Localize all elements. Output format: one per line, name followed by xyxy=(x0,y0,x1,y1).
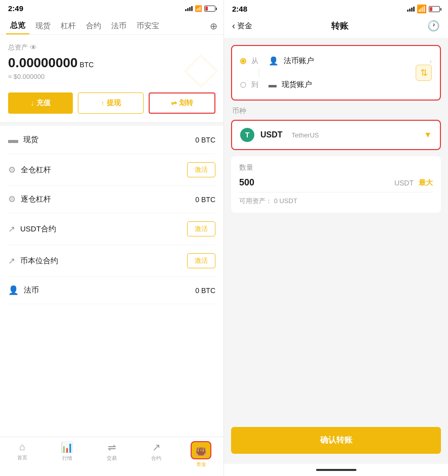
currency-name: USDT xyxy=(260,130,283,139)
to-label: 到 xyxy=(251,80,263,89)
account-right-spot: 0 BTC xyxy=(195,136,215,144)
tab-savings[interactable]: 币安宝 xyxy=(132,18,163,34)
nav-funds-label: 资金 xyxy=(196,461,206,468)
account-item-full-margin[interactable]: ⚙ 全仓杠杆 激活 xyxy=(8,154,215,186)
isolated-margin-name: 逐仓杠杆 xyxy=(21,195,51,204)
isolated-margin-value: 0 BTC xyxy=(195,196,215,204)
max-button[interactable]: 最大 xyxy=(419,178,433,187)
currency-full-name: TetherUS xyxy=(292,131,319,139)
swap-direction-button[interactable]: ⇅ xyxy=(416,65,432,81)
assets-value: 0.00000000BTC xyxy=(8,55,215,71)
home-indicator xyxy=(224,464,448,476)
account-right-coin-futures: 激活 xyxy=(187,253,215,268)
deposit-button[interactable]: ↓ 充值 xyxy=(8,92,73,114)
account-item-spot[interactable]: ▬ 现货 0 BTC xyxy=(8,126,215,154)
nav-futures-label: 合约 xyxy=(151,455,161,462)
tab-margin[interactable]: 杠杆 xyxy=(57,18,80,34)
account-right-fiat: 0 BTC xyxy=(195,287,215,295)
quantity-input[interactable] xyxy=(239,177,394,188)
activate-usdt-futures-btn[interactable]: 激活 xyxy=(187,221,215,236)
right-status-bar: 2:48 📶 xyxy=(224,0,448,16)
confirm-transfer-button[interactable]: 确认转账 xyxy=(231,427,441,454)
back-label: 资金 xyxy=(237,21,252,31)
withdraw-icon: ↑ xyxy=(101,99,105,107)
right-panel: 2:48 📶 ‹ 资金 转账 🕐 从 👤 法币账户 xyxy=(224,0,448,476)
right-header: ‹ 资金 转账 🕐 xyxy=(224,16,448,38)
bottom-nav: ⌂ 首页 📊 行情 ⇌ 交易 ↗ 合约 👜 资金 xyxy=(0,437,223,476)
account-right-isolated: 0 BTC xyxy=(195,196,215,204)
nav-funds[interactable]: 👜 资金 xyxy=(179,441,223,468)
left-status-bar: 2:49 📶 xyxy=(0,0,223,15)
spot-account-name: 现货 xyxy=(23,135,38,145)
usdt-futures-icon: ↗ xyxy=(8,224,15,234)
left-panel: ◇ 2:49 📶 总览 现货 杠杆 合约 法币 币安宝 ⊕ 总资产 👁 0.00… xyxy=(0,0,224,476)
spot-account-icon: ▬ xyxy=(8,134,18,146)
to-row: 到 ▬ 现货账户 xyxy=(240,77,432,92)
currency-selector[interactable]: T USDT TetherUS ▼ xyxy=(231,120,441,150)
back-button[interactable]: ‹ 资金 xyxy=(232,21,252,31)
nav-market[interactable]: 📊 行情 xyxy=(44,441,89,468)
activate-full-margin-btn[interactable]: 激活 xyxy=(187,162,215,177)
coin-futures-icon: ↗ xyxy=(8,256,15,266)
tab-overview[interactable]: 总览 xyxy=(6,18,29,34)
from-arrow-icon: › xyxy=(429,57,432,65)
transfer-icon: ⇌ xyxy=(171,99,177,107)
nav-home[interactable]: ⌂ 首页 xyxy=(0,441,44,468)
account-item-isolated-margin[interactable]: ⚙ 逐仓杠杆 0 BTC xyxy=(8,186,215,213)
from-row: 从 👤 法币账户 › xyxy=(240,53,432,69)
currency-dropdown-icon: ▼ xyxy=(424,130,432,139)
account-item-usdt-futures[interactable]: ↗ USDT合约 激活 xyxy=(8,213,215,245)
available-assets: 可用资产： 0 USDT xyxy=(239,197,433,206)
assets-section: 总资产 👁 0.00000000BTC ≈ $0.000000 xyxy=(0,35,223,92)
account-right-usdt-futures: 激活 xyxy=(187,221,215,236)
from-label: 从 xyxy=(251,57,263,66)
tab-futures[interactable]: 合约 xyxy=(82,18,105,34)
market-icon: 📊 xyxy=(61,441,73,453)
funds-icon: 👜 xyxy=(195,445,207,456)
full-margin-icon: ⚙ xyxy=(8,165,16,175)
fiat-value: 0 BTC xyxy=(195,287,215,295)
deposit-icon: ↓ xyxy=(31,99,34,107)
account-item-fiat[interactable]: 👤 法币 0 BTC xyxy=(8,277,215,304)
tab-spot[interactable]: 现货 xyxy=(31,18,55,34)
wifi-icon: 📶 xyxy=(195,5,202,12)
nav-tabs: 总览 现货 杠杆 合约 法币 币安宝 ⊕ xyxy=(0,15,223,35)
activate-coin-futures-btn[interactable]: 激活 xyxy=(187,253,215,268)
usdt-futures-name: USDT合约 xyxy=(20,224,56,234)
full-margin-name: 全仓杠杆 xyxy=(21,165,51,175)
connector-line xyxy=(259,69,432,77)
to-radio xyxy=(240,82,246,88)
account-item-coin-futures[interactable]: ↗ 币本位合约 激活 xyxy=(8,245,215,277)
spot-account-icon-small: ▬ xyxy=(268,80,277,89)
right-wifi-icon: 📶 xyxy=(417,4,427,14)
account-left-coin-futures: ↗ 币本位合约 xyxy=(8,256,58,266)
divider xyxy=(0,122,223,126)
page-title: 转账 xyxy=(331,20,348,32)
account-list: ▬ 现货 0 BTC ⚙ 全仓杠杆 激活 ⚙ 逐仓杠杆 0 BTC xyxy=(0,126,223,437)
visibility-icon[interactable]: 👁 xyxy=(30,43,37,52)
futures-tab-icon: ↗ xyxy=(152,441,161,453)
account-left-spot: ▬ 现货 xyxy=(8,134,38,146)
nav-futures-tab[interactable]: ↗ 合约 xyxy=(134,441,178,468)
from-account-name: 法币账户 xyxy=(284,56,424,66)
from-to-card: 从 👤 法币账户 › 到 ▬ 现货账户 ⇅ xyxy=(231,45,441,101)
history-icon[interactable]: 🕐 xyxy=(427,20,440,32)
isolated-margin-icon: ⚙ xyxy=(8,194,16,205)
currency-section-label: 币种 xyxy=(231,107,441,116)
nav-home-label: 首页 xyxy=(17,454,27,461)
home-icon: ⌂ xyxy=(19,441,25,453)
trade-icon: ⇌ xyxy=(108,441,116,453)
right-time: 2:48 xyxy=(232,5,247,13)
right-status-icons: 📶 xyxy=(407,4,440,14)
spot-account-value: 0 BTC xyxy=(195,136,215,144)
account-left-full-margin: ⚙ 全仓杠杆 xyxy=(8,165,51,175)
tab-fiat[interactable]: 法币 xyxy=(107,18,130,34)
confirm-section: 确认转账 xyxy=(224,419,448,464)
withdraw-button[interactable]: ↑ 提现 xyxy=(78,92,144,114)
account-right-full-margin: 激活 xyxy=(187,162,215,177)
quantity-unit: USDT xyxy=(394,179,414,187)
assets-usd: ≈ $0.000000 xyxy=(8,73,215,80)
nav-trade[interactable]: ⇌ 交易 xyxy=(89,441,134,468)
transfer-button[interactable]: ⇌ 划转 xyxy=(149,92,215,114)
nav-settings-icon[interactable]: ⊕ xyxy=(210,21,217,32)
